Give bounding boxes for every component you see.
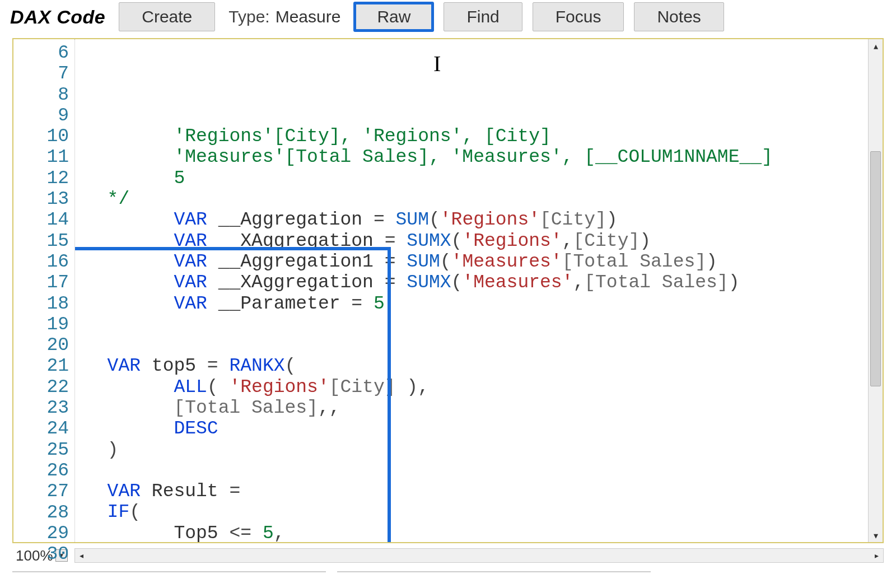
line-number: 27 bbox=[13, 481, 69, 502]
app-title: DAX Code bbox=[10, 6, 105, 28]
tab-placeholder[interactable] bbox=[12, 571, 326, 576]
code-line[interactable] bbox=[85, 460, 868, 481]
horizontal-scrollbar[interactable]: ◂ ▸ bbox=[74, 548, 884, 563]
line-number: 10 bbox=[13, 126, 69, 147]
scroll-left-icon[interactable]: ◂ bbox=[75, 549, 88, 562]
code-line[interactable] bbox=[85, 335, 868, 356]
bottom-bar: 100% ▼ ◂ ▸ bbox=[12, 544, 884, 567]
line-number: 17 bbox=[13, 272, 69, 293]
text-caret-icon: I bbox=[433, 51, 441, 76]
code-line[interactable]: DESC bbox=[85, 418, 868, 439]
find-button[interactable]: Find bbox=[444, 2, 522, 31]
code-line[interactable]: VAR top5 = RANKX( bbox=[85, 356, 868, 376]
line-number: 9 bbox=[13, 105, 69, 126]
code-line[interactable]: VAR __XAggregation = SUMX('Measures',[To… bbox=[85, 272, 868, 293]
vertical-scrollbar[interactable]: ▴ ▾ bbox=[868, 39, 883, 542]
code-line[interactable]: Top5 <= 5, bbox=[85, 523, 868, 542]
code-line[interactable]: VAR __Aggregation1 = SUM('Measures'[Tota… bbox=[85, 251, 868, 272]
line-number: 22 bbox=[13, 377, 69, 398]
type-value: Measure bbox=[276, 7, 341, 26]
code-line[interactable]: VAR Result = bbox=[85, 481, 868, 502]
line-number: 19 bbox=[13, 314, 69, 335]
line-number: 20 bbox=[13, 335, 69, 356]
focus-button[interactable]: Focus bbox=[533, 2, 624, 31]
code-line[interactable]: VAR __Parameter = 5 bbox=[85, 293, 868, 314]
tab-strip bbox=[12, 571, 884, 588]
line-number: 7 bbox=[13, 63, 69, 84]
notes-button[interactable]: Notes bbox=[634, 2, 724, 31]
app-root: DAX Code Create Type: Measure Raw Find F… bbox=[0, 0, 896, 588]
code-line[interactable]: VAR __Aggregation = SUM('Regions'[City]) bbox=[85, 209, 868, 230]
scroll-thumb[interactable] bbox=[870, 151, 881, 386]
type-label: Type: bbox=[228, 7, 269, 26]
line-number: 11 bbox=[13, 147, 69, 167]
line-number: 29 bbox=[13, 523, 69, 544]
line-number: 25 bbox=[13, 440, 69, 460]
line-number: 15 bbox=[13, 231, 69, 251]
code-line[interactable]: ALL( 'Regions'[City] ), bbox=[85, 377, 868, 398]
tab-placeholder[interactable] bbox=[337, 571, 651, 576]
line-number: 28 bbox=[13, 502, 69, 523]
line-number: 23 bbox=[13, 398, 69, 418]
scroll-up-icon[interactable]: ▴ bbox=[869, 39, 883, 53]
code-line[interactable] bbox=[85, 314, 868, 335]
line-number: 6 bbox=[13, 43, 69, 63]
code-line[interactable]: 5 bbox=[85, 168, 868, 189]
code-line[interactable]: 'Measures'[Total Sales], 'Measures', [__… bbox=[85, 147, 868, 167]
line-number: 12 bbox=[13, 168, 69, 189]
code-line[interactable]: ) bbox=[85, 440, 868, 460]
line-number: 14 bbox=[13, 209, 69, 230]
scroll-right-icon[interactable]: ▸ bbox=[870, 549, 883, 562]
line-number: 24 bbox=[13, 418, 69, 439]
code-area[interactable]: I 'Regions'[City], 'Regions', [City] 'Me… bbox=[75, 39, 868, 542]
code-line[interactable]: 'Regions'[City], 'Regions', [City] bbox=[85, 126, 868, 147]
line-number: 16 bbox=[13, 251, 69, 272]
code-line[interactable]: VAR __XAggregation = SUMX('Regions',[Cit… bbox=[85, 231, 868, 251]
create-button[interactable]: Create bbox=[119, 2, 215, 31]
line-number: 21 bbox=[13, 356, 69, 376]
toolbar: DAX Code Create Type: Measure Raw Find F… bbox=[0, 0, 896, 38]
line-number: 18 bbox=[13, 293, 69, 314]
line-number: 26 bbox=[13, 460, 69, 481]
line-number: 8 bbox=[13, 85, 69, 105]
code-line[interactable]: [Total Sales],, bbox=[85, 398, 868, 418]
scroll-down-icon[interactable]: ▾ bbox=[869, 529, 883, 542]
code-line[interactable]: */ bbox=[85, 189, 868, 209]
line-gutter: 6789101112131415161718192021222324252627… bbox=[13, 39, 75, 542]
code-line[interactable]: IF( bbox=[85, 502, 868, 522]
code-editor[interactable]: 6789101112131415161718192021222324252627… bbox=[12, 38, 884, 543]
raw-button[interactable]: Raw bbox=[354, 2, 433, 31]
type-group: Type: Measure bbox=[225, 7, 344, 26]
line-number: 30 bbox=[13, 544, 69, 564]
line-number: 13 bbox=[13, 189, 69, 209]
